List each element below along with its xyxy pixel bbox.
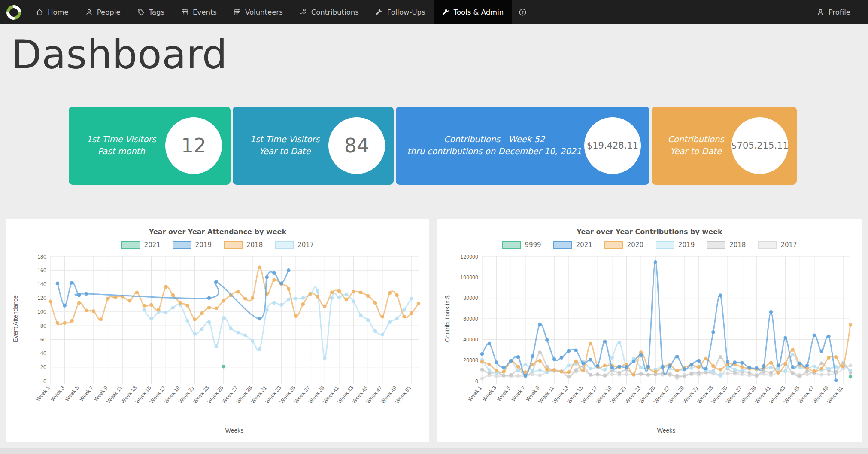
svg-text:20: 20 <box>40 365 46 371</box>
calendar-icon <box>181 8 189 16</box>
nav-item-tags[interactable]: Tags <box>129 0 173 24</box>
nav-item-tools-admin[interactable]: Tools & Admin <box>434 0 512 24</box>
svg-text:120000: 120000 <box>460 254 478 260</box>
stat-card-value: 12 <box>181 134 206 157</box>
calendar-icon <box>233 8 241 16</box>
nav-items: HomePeopleTagsEventsVolunteersContributi… <box>27 0 512 24</box>
legend-swatch <box>553 241 572 249</box>
charts-row: Year over Year Attendance by week 202120… <box>6 219 862 442</box>
help-button[interactable]: ? <box>512 0 534 24</box>
legend-label: 2018 <box>246 241 263 249</box>
svg-text:Week 5: Week 5 <box>496 385 512 402</box>
nav-item-volunteers[interactable]: Volunteers <box>225 0 291 24</box>
contributions-chart[interactable]: 020000400006000080000100000120000Week 1W… <box>443 252 856 437</box>
nav-item-people[interactable]: People <box>77 0 129 24</box>
nav-item-home[interactable]: Home <box>27 0 77 24</box>
legend-item-2021[interactable]: 2021 <box>553 241 592 249</box>
stat-card-circle: 12 <box>165 117 222 174</box>
svg-text:0: 0 <box>475 378 478 384</box>
nav-item-label: Follow-Ups <box>387 8 425 16</box>
chart-legend: 2021201920182017 <box>6 239 429 250</box>
attendance-chart[interactable]: 020406080100120140160180Week 1Week 3Week… <box>11 252 425 437</box>
stat-card-1st-time-visitors-1: 1st Time VisitorsYear to Date84 <box>233 107 394 185</box>
legend-swatch <box>173 241 191 249</box>
stat-card-label: 1st Time VisitorsYear to Date <box>241 134 328 158</box>
chart-title: Year over Year Attendance by week <box>6 228 429 236</box>
page-title: Dashboard <box>11 29 868 81</box>
svg-text:80000: 80000 <box>463 296 478 302</box>
legend-label: 2017 <box>780 241 797 249</box>
svg-text:60000: 60000 <box>463 316 478 322</box>
person-icon <box>85 8 93 16</box>
legend-item-2018[interactable]: 2018 <box>224 241 263 249</box>
legend-label: 2021 <box>144 241 161 249</box>
contributions-chart-panel: Year over Year Contributions by week 999… <box>437 219 862 442</box>
svg-text:180: 180 <box>37 254 46 260</box>
stat-card-value: 84 <box>344 134 370 157</box>
stats-row: 1st Time VisitorsPast month121st Time Vi… <box>69 107 799 185</box>
svg-text:160: 160 <box>37 268 46 274</box>
legend-item-2020[interactable]: 2020 <box>604 241 643 249</box>
legend-label: 2019 <box>195 241 212 249</box>
svg-text:100000: 100000 <box>460 274 478 280</box>
tag-icon <box>137 8 145 16</box>
nav-item-label: People <box>97 8 121 16</box>
legend-item-2019[interactable]: 2019 <box>173 241 212 249</box>
stat-card-contributions-3: ContributionsYear to Date$705,215.11 <box>652 107 797 185</box>
svg-text:100: 100 <box>37 309 46 315</box>
svg-text:80: 80 <box>40 323 46 329</box>
legend-item-2019[interactable]: 2019 <box>656 241 695 249</box>
top-navbar: HomePeopleTagsEventsVolunteersContributi… <box>0 0 868 24</box>
legend-label: 2017 <box>297 241 314 249</box>
svg-text:?: ? <box>522 10 524 15</box>
legend-swatch <box>604 241 623 249</box>
svg-text:Event Attendance: Event Attendance <box>12 295 19 342</box>
nav-item-label: Home <box>48 8 69 16</box>
help-icon: ? <box>519 8 527 16</box>
svg-text:0: 0 <box>43 378 46 384</box>
nav-item-profile[interactable]: Profile <box>808 0 859 24</box>
legend-item-9999[interactable]: 9999 <box>502 241 541 249</box>
person-icon <box>816 8 825 17</box>
stat-card-label: Contributions - Week 52thru contribution… <box>404 134 584 158</box>
nav-item-events[interactable]: Events <box>173 0 225 24</box>
legend-label: 2021 <box>576 241 592 249</box>
nav-item-label: Tags <box>149 8 165 16</box>
svg-text:20000: 20000 <box>463 358 478 364</box>
svg-text:40: 40 <box>40 350 46 356</box>
legend-label: 2018 <box>729 241 746 249</box>
wrench-icon <box>442 8 450 16</box>
svg-text:Contributions in $: Contributions in $ <box>444 296 451 342</box>
nav-item-contributions[interactable]: Contributions <box>291 0 367 24</box>
stat-card-label: ContributionsYear to Date <box>660 134 731 158</box>
legend-label: 2019 <box>678 241 695 249</box>
svg-text:Week 51: Week 51 <box>826 385 844 405</box>
chart-legend: 999920212020201920182017 <box>437 239 862 250</box>
svg-text:140: 140 <box>37 281 46 287</box>
svg-text:Week 1: Week 1 <box>35 385 51 402</box>
stat-card-circle: $19,428.11 <box>584 117 641 174</box>
legend-item-2018[interactable]: 2018 <box>707 241 746 249</box>
legend-swatch <box>121 241 140 249</box>
legend-swatch <box>502 241 521 249</box>
legend-item-2017[interactable]: 2017 <box>758 241 797 249</box>
legend-item-2021[interactable]: 2021 <box>121 241 161 249</box>
legend-swatch <box>656 241 674 249</box>
nav-item-label: Profile <box>829 8 850 16</box>
stat-card-contributions-week-52-2: Contributions - Week 52thru contribution… <box>396 107 649 185</box>
svg-text:Weeks: Weeks <box>225 427 244 434</box>
brand-logo[interactable] <box>0 0 27 24</box>
attendance-chart-panel: Year over Year Attendance by week 202120… <box>6 219 429 442</box>
home-icon <box>36 8 44 16</box>
nav-item-label: Contributions <box>311 8 359 16</box>
svg-text:Week 3: Week 3 <box>481 385 498 402</box>
nav-item-label: Tools & Admin <box>454 8 504 16</box>
nav-item-follow-ups[interactable]: Follow-Ups <box>367 0 434 24</box>
stat-card-circle: $705,215.11 <box>731 117 788 174</box>
nav-item-label: Events <box>193 8 217 16</box>
svg-text:Week 7: Week 7 <box>78 385 94 402</box>
legend-label: 2020 <box>627 241 643 249</box>
legend-item-2017[interactable]: 2017 <box>275 241 314 249</box>
svg-text:60: 60 <box>40 337 46 343</box>
svg-text:Week 5: Week 5 <box>64 385 80 402</box>
